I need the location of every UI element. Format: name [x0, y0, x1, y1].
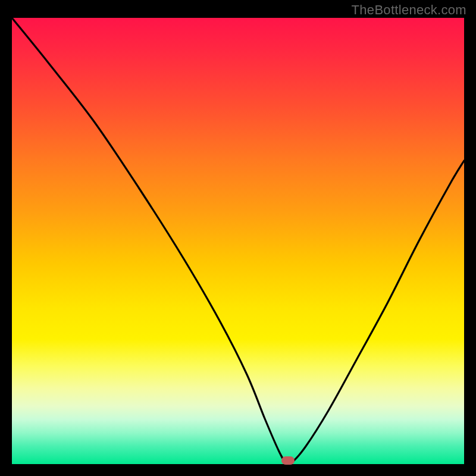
bottleneck-curve [12, 18, 464, 464]
chart-frame: TheBottleneck.com [0, 0, 476, 476]
watermark-text: TheBottleneck.com [352, 2, 466, 18]
minimum-marker [281, 456, 295, 465]
plot-area [12, 18, 464, 464]
